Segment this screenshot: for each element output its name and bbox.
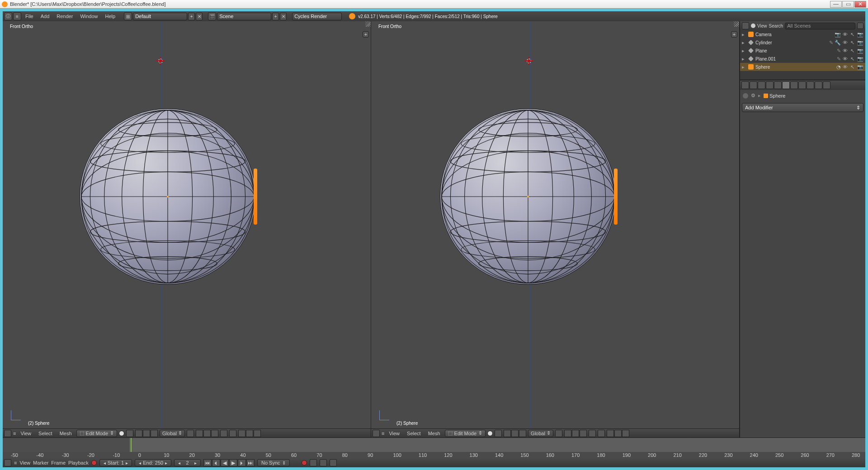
- cursor-icon[interactable]: ↖: [850, 32, 854, 38]
- outliner-type-icon[interactable]: [742, 22, 749, 29]
- tab-particles[interactable]: [815, 81, 822, 89]
- outliner-dot-icon[interactable]: [751, 24, 755, 28]
- viewport-left[interactable]: Front Ortho +: [3, 21, 371, 428]
- expand-icon[interactable]: ▸: [742, 40, 746, 46]
- manipulator-buttons-2[interactable]: [504, 430, 526, 437]
- layers-button[interactable]: [187, 430, 194, 437]
- menus-collapse-icon[interactable]: ≡: [13, 431, 16, 436]
- layout-remove-button[interactable]: ✕: [196, 13, 203, 20]
- render-icon[interactable]: 📷: [857, 32, 863, 38]
- render-icon[interactable]: 📷: [857, 48, 863, 54]
- editor-type-3dview-icon-2[interactable]: [373, 430, 380, 437]
- cursor-icon[interactable]: ↖: [850, 64, 854, 70]
- cursor-icon[interactable]: ↖: [850, 48, 854, 54]
- timeline-type-icon[interactable]: [4, 459, 11, 466]
- panel-toggle-plus-2[interactable]: +: [731, 31, 737, 38]
- selection-mode-buttons[interactable]: [196, 430, 218, 437]
- transform-orient-dropdown-2[interactable]: Global ⇕: [528, 430, 553, 437]
- tl-menu-marker[interactable]: Marker: [33, 460, 48, 465]
- scene-remove-button[interactable]: ✕: [280, 13, 287, 20]
- tab-constraints[interactable]: [774, 81, 782, 89]
- key-insert-icon[interactable]: [320, 459, 327, 466]
- end-frame-input[interactable]: ◂ End: 250 ▸: [135, 459, 171, 466]
- cursor-icon[interactable]: ↖: [850, 56, 854, 62]
- tab-world[interactable]: [758, 81, 765, 89]
- tab-material[interactable]: [798, 81, 806, 89]
- tab-modifiers[interactable]: [782, 81, 790, 89]
- add-modifier-dropdown[interactable]: Add Modifier ⇕: [742, 103, 863, 112]
- tl-menus-icon[interactable]: ≡: [14, 460, 17, 465]
- play-button[interactable]: ▶: [229, 459, 237, 466]
- transform-orient-dropdown[interactable]: Global ⇕: [160, 430, 185, 437]
- close-button[interactable]: ✕: [854, 1, 866, 8]
- screen-layout-dropdown[interactable]: Default: [133, 13, 187, 20]
- timeline-cursor[interactable]: [131, 438, 132, 452]
- outliner-row-cylinder[interactable]: ▸ Cylinder ✎ 🔧 👁↖📷: [740, 38, 865, 47]
- proportional-edit-icon[interactable]: [220, 430, 227, 437]
- outliner-view[interactable]: View: [757, 24, 767, 28]
- shading-icon-2[interactable]: [487, 431, 493, 436]
- tab-scene[interactable]: [750, 81, 757, 89]
- expand-icon[interactable]: ▸: [742, 48, 746, 54]
- area-split-corner-2[interactable]: [734, 21, 739, 27]
- outliner[interactable]: ▸ Camera 📷 👁↖📷 ▸ Cylinder ✎ 🔧 👁↖📷 ▸: [740, 30, 865, 80]
- menu-select-2[interactable]: Select: [404, 430, 424, 437]
- render-icon[interactable]: 📷: [857, 64, 863, 70]
- expand-icon[interactable]: ▸: [742, 56, 746, 62]
- scene-add-button[interactable]: +: [272, 13, 279, 20]
- menu-view[interactable]: View: [18, 430, 34, 437]
- maximize-button[interactable]: ▭: [842, 1, 854, 8]
- menu-help[interactable]: Help: [102, 13, 119, 20]
- menu-select[interactable]: Select: [36, 430, 55, 437]
- outliner-row-plane[interactable]: ▸ Plane ✎ 👁↖📷: [740, 47, 865, 55]
- manipulator-buttons[interactable]: [135, 430, 158, 437]
- record-icon[interactable]: [91, 460, 97, 465]
- keying-set-icon[interactable]: [310, 459, 317, 466]
- snap-icon[interactable]: [229, 430, 236, 437]
- viewport-right[interactable]: Front Ortho +: [371, 21, 739, 428]
- expand-icon[interactable]: ▸: [742, 64, 746, 70]
- outliner-row-sphere[interactable]: ▸ Sphere ◔ 👁↖📷: [740, 63, 865, 71]
- tl-menu-playback[interactable]: Playback: [68, 460, 89, 465]
- outliner-search-label[interactable]: Search: [769, 24, 783, 28]
- keyframe-next-button[interactable]: ⏵: [238, 459, 246, 466]
- menu-add[interactable]: Add: [38, 13, 53, 20]
- mode-dropdown-2[interactable]: ⬚ Edit Mode ⇕: [445, 430, 486, 437]
- menu-mesh-2[interactable]: Mesh: [425, 430, 443, 437]
- menu-mesh[interactable]: Mesh: [57, 430, 75, 437]
- eye-icon[interactable]: 👁: [843, 32, 848, 38]
- breadcrumb-object[interactable]: Sphere: [764, 93, 785, 99]
- layout-add-button[interactable]: +: [188, 13, 195, 20]
- shading-icon[interactable]: [119, 431, 124, 436]
- menu-render[interactable]: Render: [53, 13, 76, 20]
- tl-menu-view[interactable]: View: [19, 460, 30, 465]
- panel-toggle-plus[interactable]: +: [363, 31, 369, 38]
- tab-render[interactable]: [741, 81, 749, 89]
- outliner-row-camera[interactable]: ▸ Camera 📷 👁↖📷: [740, 30, 865, 38]
- eye-icon[interactable]: 👁: [843, 40, 848, 46]
- editor-type-3dview-icon[interactable]: [4, 430, 11, 437]
- selection-mode-buttons-2[interactable]: [564, 430, 587, 437]
- pin-icon[interactable]: [743, 93, 748, 99]
- menus-collapse-icon-2[interactable]: ≡: [382, 431, 384, 436]
- jump-end-button[interactable]: ⏭: [246, 459, 255, 466]
- expand-icon[interactable]: ▸: [742, 32, 746, 38]
- layers-button-2[interactable]: [555, 430, 562, 437]
- pivot-icon-2[interactable]: [495, 430, 502, 437]
- pivot-icon[interactable]: [126, 430, 133, 437]
- mode-dropdown[interactable]: ⬚ Edit Mode ⇕: [76, 430, 118, 437]
- tab-physics[interactable]: [823, 81, 830, 89]
- sync-dropdown[interactable]: No Sync ⇕: [257, 459, 290, 466]
- scene-icon[interactable]: 🎬: [208, 12, 216, 20]
- outliner-filter-dropdown[interactable]: All Scenes: [785, 23, 855, 29]
- key-delete-icon[interactable]: [330, 459, 337, 466]
- outliner-row-plane001[interactable]: ▸ Plane.001 ✎ 👁↖📷: [740, 55, 865, 63]
- editor-type-icon[interactable]: ⓘ: [4, 12, 12, 20]
- tab-texture[interactable]: [807, 81, 814, 89]
- jump-start-button[interactable]: ⏮: [203, 459, 212, 466]
- filter-icon[interactable]: [857, 23, 863, 29]
- render-preview-buttons-2[interactable]: [607, 430, 629, 437]
- play-reverse-button[interactable]: ◀: [221, 459, 229, 466]
- tab-data[interactable]: [790, 81, 798, 89]
- proportional-edit-icon-2[interactable]: [589, 430, 596, 437]
